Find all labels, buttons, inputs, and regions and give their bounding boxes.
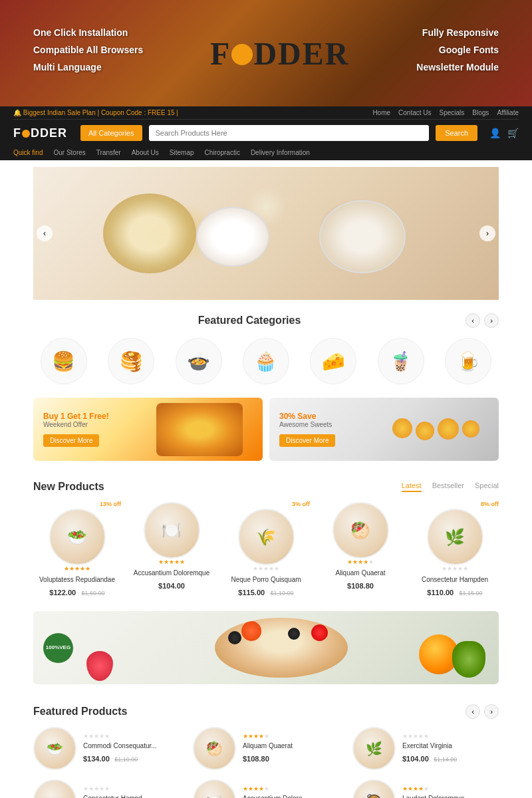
about-link[interactable]: About Us xyxy=(132,149,159,156)
featured-5-stars: ★★★★★ xyxy=(243,785,339,792)
featured-2-image: 🥙 xyxy=(193,727,236,770)
slider-next-button[interactable]: › xyxy=(479,225,495,241)
cart-icon[interactable]: 🛒 xyxy=(507,128,519,138)
product-card-1[interactable]: 13% off 🥗 ★★★★★ Voluptatess Repudiandae … xyxy=(33,501,121,598)
promo-banner-1: Buy 1 Get 1 Free! Weekend Offer Discover… xyxy=(33,398,263,461)
product-1-plate: 🥗 xyxy=(49,509,106,565)
featured-4-name: Consectetur Hampd... xyxy=(83,794,180,798)
promo-1-sub: Weekend Offer xyxy=(43,421,109,428)
category-item-beer[interactable]: 🍺 xyxy=(445,338,491,384)
featured-products-section: Featured Products ‹ › 🥗 ★★★★★ Commodi Co… xyxy=(0,698,532,798)
featured-item-3[interactable]: 🌿 ★★★★★ Exercitat Virginia $104.00 $1,14… xyxy=(352,727,499,770)
veg-badge: 100% VEG xyxy=(43,633,73,663)
our-stores-link[interactable]: Our Stores xyxy=(53,149,85,156)
product-5-name: Consectetur Hampden xyxy=(411,575,499,584)
quick-find-link[interactable]: Quick find xyxy=(13,149,43,156)
featured-5-info: ★★★★★ Accusantium Dolore... $104.00 xyxy=(243,785,339,798)
product-3-name: Neque Porro Quisquam xyxy=(222,575,310,584)
featured-5-name: Accusantium Dolore... xyxy=(243,794,339,798)
product-2-image: 🍽️ xyxy=(128,502,215,559)
navbar: 🔔 Biggest Indian Sale Plan | Coupon Code… xyxy=(0,106,532,160)
featured-item-6[interactable]: 🥘 ★★★★★ Laudant Doloremque $92.00 xyxy=(352,779,499,798)
category-item-cheese[interactable]: 🧀 xyxy=(310,338,356,384)
sitemap-link[interactable]: Sitemap xyxy=(170,149,194,156)
slider-prev-button[interactable]: ‹ xyxy=(37,225,53,241)
products-grid: 13% off 🥗 ★★★★★ Voluptatess Repudiandae … xyxy=(33,501,499,598)
products-tabs: Latest Bestseller Special xyxy=(402,481,499,492)
cake-icon: 🧁 xyxy=(243,338,289,384)
featured-3-pricing: $104.00 $1,14.00 xyxy=(402,752,499,764)
featured-1-pricing: $134.00 $1,10.00 xyxy=(83,752,180,764)
hero-slider: ‹ › xyxy=(33,167,499,300)
tab-latest[interactable]: Latest xyxy=(402,481,422,492)
promo-1-food-image xyxy=(136,398,263,461)
product-card-4[interactable]: 🥙 ★★★★★ Aliquam Quaerat $108.80 xyxy=(317,501,404,598)
nav-logo: FDDER xyxy=(13,126,67,140)
promo-banners-section: Buy 1 Get 1 Free! Weekend Offer Discover… xyxy=(0,398,532,474)
nav-link-affiliate[interactable]: Affiliate xyxy=(497,109,519,116)
category-item-soups[interactable]: 🍲 xyxy=(176,338,222,384)
featured-1-image: 🥗 xyxy=(33,727,76,770)
tab-bestseller[interactable]: Bestseller xyxy=(432,481,464,492)
category-grid: 🍔 🥞 🍲 🧁 🧀 🧋 🍺 xyxy=(33,338,499,384)
product-5-stars: ★★★★★ xyxy=(411,565,499,572)
tab-special[interactable]: Special xyxy=(475,481,499,492)
featured-prev-button[interactable]: ‹ xyxy=(466,704,480,719)
promo-2-button[interactable]: Discover More xyxy=(279,434,335,447)
product-3-image: 🌾 xyxy=(222,509,310,565)
search-input[interactable] xyxy=(149,125,430,141)
user-icon[interactable]: 👤 xyxy=(489,128,501,138)
featured-5-image: 🍽️ xyxy=(193,779,236,798)
pancakes-icon: 🥞 xyxy=(108,338,154,384)
category-item-pancakes[interactable]: 🥞 xyxy=(108,338,154,384)
new-products-title: New Products xyxy=(33,481,104,493)
category-dropdown-button[interactable]: All Categories xyxy=(80,125,142,141)
featured-item-5[interactable]: 🍽️ ★★★★★ Accusantium Dolore... $104.00 xyxy=(193,779,339,798)
hero-section: One Click Installation Compatible All Br… xyxy=(0,0,532,106)
product-4-price: $108.80 xyxy=(317,579,404,591)
featured-products-title: Featured Products xyxy=(33,706,127,718)
veg-banner: 100% VEG xyxy=(33,611,499,684)
categories-next-button[interactable]: › xyxy=(484,313,499,328)
hero-feature-6: Newsletter Module xyxy=(416,62,499,72)
main-logo: FDDER xyxy=(210,35,349,72)
promo-2-badge: 30% Save xyxy=(279,412,335,421)
featured-item-2[interactable]: 🥙 ★★★★★ Aliquam Quaerat $108.80 xyxy=(193,727,339,770)
hero-feature-1: One Click Installation xyxy=(33,27,143,38)
category-item-drinks[interactable]: 🧋 xyxy=(378,338,424,384)
category-item-burgers[interactable]: 🍔 xyxy=(41,338,87,384)
featured-item-4[interactable]: 🍲 ★★★★★ Consectetur Hampd... $104.00 xyxy=(33,779,180,798)
delivery-link[interactable]: Delivery Information xyxy=(251,149,310,156)
featured-6-name: Laudant Doloremque xyxy=(402,794,499,798)
search-button[interactable]: Search xyxy=(436,125,477,141)
featured-categories-title: Featured Categories xyxy=(33,315,466,327)
categories-prev-button[interactable]: ‹ xyxy=(466,313,480,328)
product-card-2[interactable]: 🍽️ ★★★★★ Accusantium Doloremque $104.00 xyxy=(128,501,215,598)
featured-3-info: ★★★★★ Exercitat Virginia $104.00 $1,14.0… xyxy=(402,733,499,764)
featured-products-header: Featured Products ‹ › xyxy=(33,704,499,719)
featured-1-info: ★★★★★ Commodi Consequatur... $134.00 $1,… xyxy=(83,733,180,764)
featured-next-button[interactable]: › xyxy=(484,704,499,719)
cheese-icon: 🧀 xyxy=(310,338,356,384)
promo-banner-2: 30% Save Awesome Sweets Discover More xyxy=(269,398,499,461)
product-5-plate: 🌿 xyxy=(427,509,483,565)
featured-2-info: ★★★★★ Aliquam Quaerat $108.80 xyxy=(243,733,339,764)
soup-icon: 🍲 xyxy=(176,338,222,384)
featured-2-stars: ★★★★★ xyxy=(243,733,339,739)
chiropractic-link[interactable]: Chiropractic xyxy=(205,149,240,156)
nav-link-home[interactable]: Home xyxy=(372,109,390,116)
category-item-cakes[interactable]: 🧁 xyxy=(243,338,289,384)
product-1-stars: ★★★★★ xyxy=(33,565,121,572)
product-4-stars: ★★★★★ xyxy=(317,559,404,565)
featured-item-1[interactable]: 🥗 ★★★★★ Commodi Consequatur... $134.00 $… xyxy=(33,727,180,770)
product-4-name: Aliquam Quaerat xyxy=(317,569,404,577)
product-card-3[interactable]: 3% off 🌾 ★★★★★ Neque Porro Quisquam $115… xyxy=(222,501,310,598)
product-card-5[interactable]: 8% off 🌿 ★★★★★ Consectetur Hampden $110.… xyxy=(411,501,499,598)
nav-link-blogs[interactable]: Blogs xyxy=(472,109,489,116)
promo-1-button[interactable]: Discover More xyxy=(43,434,99,447)
transfer-link[interactable]: Transfer xyxy=(96,149,121,156)
nav-link-contact[interactable]: Contact Us xyxy=(398,109,431,116)
nav-link-specials[interactable]: Specials xyxy=(440,109,465,116)
beer-icon: 🍺 xyxy=(445,338,491,384)
featured-categories-section: Featured Categories ‹ › 🍔 🥞 🍲 🧁 🧀 🧋 🍺 xyxy=(0,300,532,398)
